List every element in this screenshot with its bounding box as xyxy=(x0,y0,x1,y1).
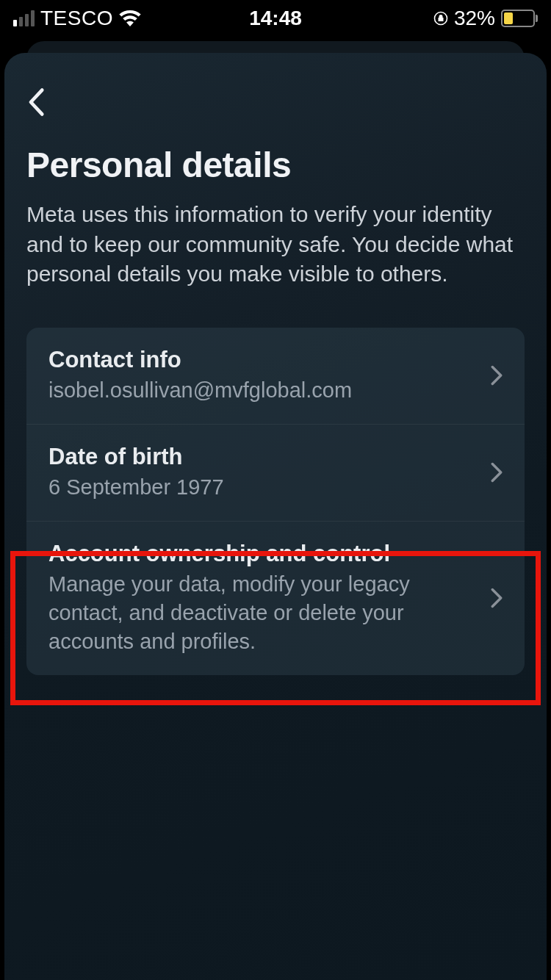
status-right: 32% ⚡︎ xyxy=(433,7,538,30)
chevron-right-icon xyxy=(491,365,503,386)
row-title: Contact info xyxy=(48,347,476,373)
status-time: 14:48 xyxy=(249,7,302,30)
page-title: Personal details xyxy=(26,145,525,185)
wifi-icon xyxy=(119,10,141,26)
chevron-right-icon xyxy=(491,588,503,608)
chevron-left-icon xyxy=(26,87,46,117)
charging-bolt-icon: ⚡︎ xyxy=(514,12,522,24)
signal-strength-icon xyxy=(13,10,35,26)
back-button[interactable] xyxy=(26,86,59,118)
row-value: isobel.osullivan@mvfglobal.com xyxy=(48,376,476,405)
status-bar: TESCO 14:48 32% ⚡︎ xyxy=(0,0,551,37)
row-title: Account ownership and control xyxy=(48,541,476,567)
row-subtitle: Manage your data, modify your legacy con… xyxy=(48,570,476,656)
settings-group: Contact info isobel.osullivan@mvfglobal.… xyxy=(26,328,525,676)
row-value: 6 September 1977 xyxy=(48,473,476,502)
rotation-lock-icon xyxy=(433,11,448,26)
page-subtitle: Meta uses this information to verify you… xyxy=(26,200,525,289)
status-left: TESCO xyxy=(13,7,141,30)
chevron-right-icon xyxy=(491,462,503,483)
carrier-label: TESCO xyxy=(40,7,113,30)
date-of-birth-row[interactable]: Date of birth 6 September 1977 xyxy=(26,425,525,522)
account-ownership-row[interactable]: Account ownership and control Manage you… xyxy=(26,522,525,675)
battery-percent: 32% xyxy=(454,7,495,30)
settings-sheet: Personal details Meta uses this informat… xyxy=(4,53,547,980)
row-title: Date of birth xyxy=(48,444,476,470)
contact-info-row[interactable]: Contact info isobel.osullivan@mvfglobal.… xyxy=(26,328,525,425)
battery-icon: ⚡︎ xyxy=(501,10,538,27)
